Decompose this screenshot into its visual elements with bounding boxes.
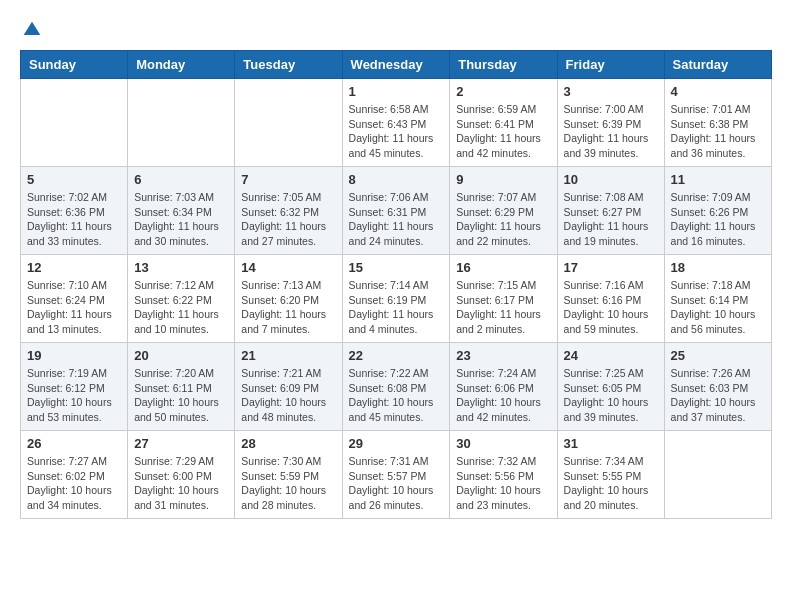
calendar-cell: 3Sunrise: 7:00 AMSunset: 6:39 PMDaylight… bbox=[557, 79, 664, 167]
day-info: Sunrise: 7:10 AMSunset: 6:24 PMDaylight:… bbox=[27, 278, 121, 337]
week-row-1: 1Sunrise: 6:58 AMSunset: 6:43 PMDaylight… bbox=[21, 79, 772, 167]
day-info: Sunrise: 7:34 AMSunset: 5:55 PMDaylight:… bbox=[564, 454, 658, 513]
day-number: 9 bbox=[456, 172, 550, 187]
calendar-cell: 10Sunrise: 7:08 AMSunset: 6:27 PMDayligh… bbox=[557, 167, 664, 255]
day-info: Sunrise: 7:08 AMSunset: 6:27 PMDaylight:… bbox=[564, 190, 658, 249]
calendar-cell: 28Sunrise: 7:30 AMSunset: 5:59 PMDayligh… bbox=[235, 431, 342, 519]
day-info: Sunrise: 7:09 AMSunset: 6:26 PMDaylight:… bbox=[671, 190, 765, 249]
day-info: Sunrise: 7:21 AMSunset: 6:09 PMDaylight:… bbox=[241, 366, 335, 425]
calendar-cell: 24Sunrise: 7:25 AMSunset: 6:05 PMDayligh… bbox=[557, 343, 664, 431]
calendar-cell: 7Sunrise: 7:05 AMSunset: 6:32 PMDaylight… bbox=[235, 167, 342, 255]
day-number: 5 bbox=[27, 172, 121, 187]
day-info: Sunrise: 7:05 AMSunset: 6:32 PMDaylight:… bbox=[241, 190, 335, 249]
calendar-cell: 20Sunrise: 7:20 AMSunset: 6:11 PMDayligh… bbox=[128, 343, 235, 431]
day-number: 30 bbox=[456, 436, 550, 451]
header-day-tuesday: Tuesday bbox=[235, 51, 342, 79]
day-info: Sunrise: 7:02 AMSunset: 6:36 PMDaylight:… bbox=[27, 190, 121, 249]
day-info: Sunrise: 7:14 AMSunset: 6:19 PMDaylight:… bbox=[349, 278, 444, 337]
svg-marker-0 bbox=[24, 22, 41, 35]
day-info: Sunrise: 7:12 AMSunset: 6:22 PMDaylight:… bbox=[134, 278, 228, 337]
day-info: Sunrise: 7:32 AMSunset: 5:56 PMDaylight:… bbox=[456, 454, 550, 513]
day-number: 23 bbox=[456, 348, 550, 363]
calendar-cell: 1Sunrise: 6:58 AMSunset: 6:43 PMDaylight… bbox=[342, 79, 450, 167]
day-number: 8 bbox=[349, 172, 444, 187]
logo bbox=[20, 20, 42, 40]
day-number: 20 bbox=[134, 348, 228, 363]
calendar-cell: 21Sunrise: 7:21 AMSunset: 6:09 PMDayligh… bbox=[235, 343, 342, 431]
calendar-cell: 5Sunrise: 7:02 AMSunset: 6:36 PMDaylight… bbox=[21, 167, 128, 255]
day-info: Sunrise: 7:03 AMSunset: 6:34 PMDaylight:… bbox=[134, 190, 228, 249]
header-row: SundayMondayTuesdayWednesdayThursdayFrid… bbox=[21, 51, 772, 79]
day-number: 12 bbox=[27, 260, 121, 275]
header-day-wednesday: Wednesday bbox=[342, 51, 450, 79]
calendar-cell: 19Sunrise: 7:19 AMSunset: 6:12 PMDayligh… bbox=[21, 343, 128, 431]
calendar-cell: 9Sunrise: 7:07 AMSunset: 6:29 PMDaylight… bbox=[450, 167, 557, 255]
week-row-2: 5Sunrise: 7:02 AMSunset: 6:36 PMDaylight… bbox=[21, 167, 772, 255]
calendar-cell: 6Sunrise: 7:03 AMSunset: 6:34 PMDaylight… bbox=[128, 167, 235, 255]
day-info: Sunrise: 7:29 AMSunset: 6:00 PMDaylight:… bbox=[134, 454, 228, 513]
day-number: 14 bbox=[241, 260, 335, 275]
calendar-cell: 31Sunrise: 7:34 AMSunset: 5:55 PMDayligh… bbox=[557, 431, 664, 519]
week-row-3: 12Sunrise: 7:10 AMSunset: 6:24 PMDayligh… bbox=[21, 255, 772, 343]
calendar-cell bbox=[128, 79, 235, 167]
day-number: 16 bbox=[456, 260, 550, 275]
calendar-table: SundayMondayTuesdayWednesdayThursdayFrid… bbox=[20, 50, 772, 519]
day-number: 22 bbox=[349, 348, 444, 363]
calendar-cell: 12Sunrise: 7:10 AMSunset: 6:24 PMDayligh… bbox=[21, 255, 128, 343]
day-number: 19 bbox=[27, 348, 121, 363]
day-info: Sunrise: 7:19 AMSunset: 6:12 PMDaylight:… bbox=[27, 366, 121, 425]
logo-icon bbox=[22, 20, 42, 40]
day-number: 24 bbox=[564, 348, 658, 363]
header-day-sunday: Sunday bbox=[21, 51, 128, 79]
calendar-cell: 8Sunrise: 7:06 AMSunset: 6:31 PMDaylight… bbox=[342, 167, 450, 255]
day-number: 28 bbox=[241, 436, 335, 451]
day-number: 11 bbox=[671, 172, 765, 187]
calendar-cell: 15Sunrise: 7:14 AMSunset: 6:19 PMDayligh… bbox=[342, 255, 450, 343]
page-header bbox=[20, 20, 772, 40]
day-info: Sunrise: 7:20 AMSunset: 6:11 PMDaylight:… bbox=[134, 366, 228, 425]
day-info: Sunrise: 7:24 AMSunset: 6:06 PMDaylight:… bbox=[456, 366, 550, 425]
day-number: 10 bbox=[564, 172, 658, 187]
day-info: Sunrise: 7:25 AMSunset: 6:05 PMDaylight:… bbox=[564, 366, 658, 425]
day-number: 29 bbox=[349, 436, 444, 451]
calendar-cell: 30Sunrise: 7:32 AMSunset: 5:56 PMDayligh… bbox=[450, 431, 557, 519]
day-number: 15 bbox=[349, 260, 444, 275]
day-number: 21 bbox=[241, 348, 335, 363]
day-number: 7 bbox=[241, 172, 335, 187]
header-day-friday: Friday bbox=[557, 51, 664, 79]
day-number: 17 bbox=[564, 260, 658, 275]
calendar-cell: 22Sunrise: 7:22 AMSunset: 6:08 PMDayligh… bbox=[342, 343, 450, 431]
day-info: Sunrise: 7:31 AMSunset: 5:57 PMDaylight:… bbox=[349, 454, 444, 513]
calendar-cell: 16Sunrise: 7:15 AMSunset: 6:17 PMDayligh… bbox=[450, 255, 557, 343]
day-info: Sunrise: 7:18 AMSunset: 6:14 PMDaylight:… bbox=[671, 278, 765, 337]
day-info: Sunrise: 7:27 AMSunset: 6:02 PMDaylight:… bbox=[27, 454, 121, 513]
calendar-cell bbox=[21, 79, 128, 167]
calendar-cell: 18Sunrise: 7:18 AMSunset: 6:14 PMDayligh… bbox=[664, 255, 771, 343]
calendar-cell: 17Sunrise: 7:16 AMSunset: 6:16 PMDayligh… bbox=[557, 255, 664, 343]
day-info: Sunrise: 6:59 AMSunset: 6:41 PMDaylight:… bbox=[456, 102, 550, 161]
day-info: Sunrise: 7:26 AMSunset: 6:03 PMDaylight:… bbox=[671, 366, 765, 425]
calendar-cell: 11Sunrise: 7:09 AMSunset: 6:26 PMDayligh… bbox=[664, 167, 771, 255]
week-row-4: 19Sunrise: 7:19 AMSunset: 6:12 PMDayligh… bbox=[21, 343, 772, 431]
day-number: 3 bbox=[564, 84, 658, 99]
day-number: 26 bbox=[27, 436, 121, 451]
day-info: Sunrise: 7:01 AMSunset: 6:38 PMDaylight:… bbox=[671, 102, 765, 161]
day-info: Sunrise: 7:07 AMSunset: 6:29 PMDaylight:… bbox=[456, 190, 550, 249]
calendar-cell bbox=[235, 79, 342, 167]
week-row-5: 26Sunrise: 7:27 AMSunset: 6:02 PMDayligh… bbox=[21, 431, 772, 519]
day-number: 25 bbox=[671, 348, 765, 363]
day-info: Sunrise: 6:58 AMSunset: 6:43 PMDaylight:… bbox=[349, 102, 444, 161]
calendar-cell: 25Sunrise: 7:26 AMSunset: 6:03 PMDayligh… bbox=[664, 343, 771, 431]
day-number: 13 bbox=[134, 260, 228, 275]
day-number: 1 bbox=[349, 84, 444, 99]
day-info: Sunrise: 7:22 AMSunset: 6:08 PMDaylight:… bbox=[349, 366, 444, 425]
calendar-cell: 13Sunrise: 7:12 AMSunset: 6:22 PMDayligh… bbox=[128, 255, 235, 343]
calendar-cell: 29Sunrise: 7:31 AMSunset: 5:57 PMDayligh… bbox=[342, 431, 450, 519]
day-info: Sunrise: 7:13 AMSunset: 6:20 PMDaylight:… bbox=[241, 278, 335, 337]
calendar-cell: 4Sunrise: 7:01 AMSunset: 6:38 PMDaylight… bbox=[664, 79, 771, 167]
day-number: 6 bbox=[134, 172, 228, 187]
day-info: Sunrise: 7:15 AMSunset: 6:17 PMDaylight:… bbox=[456, 278, 550, 337]
calendar-cell: 26Sunrise: 7:27 AMSunset: 6:02 PMDayligh… bbox=[21, 431, 128, 519]
day-number: 27 bbox=[134, 436, 228, 451]
header-day-thursday: Thursday bbox=[450, 51, 557, 79]
